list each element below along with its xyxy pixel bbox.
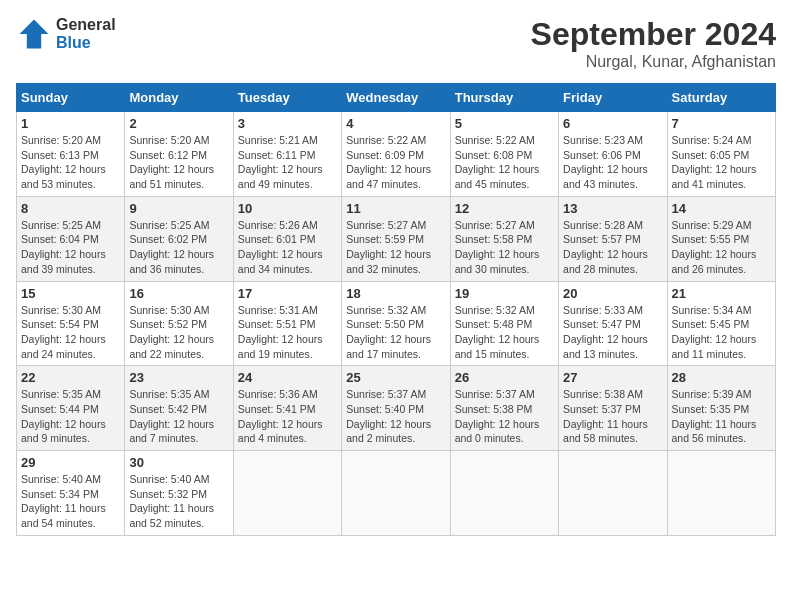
- daylight-text: Daylight: 12 hours and 4 minutes.: [238, 418, 323, 445]
- day-detail: Sunrise: 5:27 AMSunset: 5:58 PMDaylight:…: [455, 218, 554, 277]
- sunrise-text: Sunrise: 5:30 AM: [129, 304, 209, 316]
- sunset-text: Sunset: 5:59 PM: [346, 233, 424, 245]
- weekday-header-tuesday: Tuesday: [233, 84, 341, 112]
- day-cell-21: 21Sunrise: 5:34 AMSunset: 5:45 PMDayligh…: [667, 281, 775, 366]
- day-detail: Sunrise: 5:30 AMSunset: 5:54 PMDaylight:…: [21, 303, 120, 362]
- sunrise-text: Sunrise: 5:25 AM: [21, 219, 101, 231]
- day-cell-30: 30Sunrise: 5:40 AMSunset: 5:32 PMDayligh…: [125, 451, 233, 536]
- day-cell-26: 26Sunrise: 5:37 AMSunset: 5:38 PMDayligh…: [450, 366, 558, 451]
- day-number: 21: [672, 286, 771, 301]
- day-detail: Sunrise: 5:20 AMSunset: 6:13 PMDaylight:…: [21, 133, 120, 192]
- sunrise-text: Sunrise: 5:37 AM: [346, 388, 426, 400]
- daylight-text: Daylight: 12 hours and 15 minutes.: [455, 333, 540, 360]
- day-number: 22: [21, 370, 120, 385]
- daylight-text: Daylight: 11 hours and 54 minutes.: [21, 502, 106, 529]
- sunset-text: Sunset: 6:04 PM: [21, 233, 99, 245]
- day-number: 6: [563, 116, 662, 131]
- sunset-text: Sunset: 5:38 PM: [455, 403, 533, 415]
- day-number: 14: [672, 201, 771, 216]
- sunrise-text: Sunrise: 5:34 AM: [672, 304, 752, 316]
- weekday-header-friday: Friday: [559, 84, 667, 112]
- day-cell-25: 25Sunrise: 5:37 AMSunset: 5:40 PMDayligh…: [342, 366, 450, 451]
- day-detail: Sunrise: 5:36 AMSunset: 5:41 PMDaylight:…: [238, 387, 337, 446]
- day-number: 28: [672, 370, 771, 385]
- daylight-text: Daylight: 12 hours and 7 minutes.: [129, 418, 214, 445]
- logo-icon: [16, 16, 52, 52]
- day-cell-27: 27Sunrise: 5:38 AMSunset: 5:37 PMDayligh…: [559, 366, 667, 451]
- day-number: 13: [563, 201, 662, 216]
- sunrise-text: Sunrise: 5:22 AM: [346, 134, 426, 146]
- day-number: 7: [672, 116, 771, 131]
- logo: General Blue: [16, 16, 116, 52]
- day-cell-29: 29Sunrise: 5:40 AMSunset: 5:34 PMDayligh…: [17, 451, 125, 536]
- sunrise-text: Sunrise: 5:33 AM: [563, 304, 643, 316]
- sunset-text: Sunset: 6:01 PM: [238, 233, 316, 245]
- sunset-text: Sunset: 5:35 PM: [672, 403, 750, 415]
- day-cell-15: 15Sunrise: 5:30 AMSunset: 5:54 PMDayligh…: [17, 281, 125, 366]
- weekday-header-row: SundayMondayTuesdayWednesdayThursdayFrid…: [17, 84, 776, 112]
- day-detail: Sunrise: 5:21 AMSunset: 6:11 PMDaylight:…: [238, 133, 337, 192]
- daylight-text: Daylight: 12 hours and 45 minutes.: [455, 163, 540, 190]
- day-cell-1: 1Sunrise: 5:20 AMSunset: 6:13 PMDaylight…: [17, 112, 125, 197]
- day-number: 15: [21, 286, 120, 301]
- daylight-text: Daylight: 12 hours and 53 minutes.: [21, 163, 106, 190]
- day-number: 17: [238, 286, 337, 301]
- daylight-text: Daylight: 12 hours and 47 minutes.: [346, 163, 431, 190]
- day-detail: Sunrise: 5:32 AMSunset: 5:50 PMDaylight:…: [346, 303, 445, 362]
- sunrise-text: Sunrise: 5:39 AM: [672, 388, 752, 400]
- sunrise-text: Sunrise: 5:32 AM: [455, 304, 535, 316]
- day-cell-24: 24Sunrise: 5:36 AMSunset: 5:41 PMDayligh…: [233, 366, 341, 451]
- sunrise-text: Sunrise: 5:27 AM: [455, 219, 535, 231]
- sunrise-text: Sunrise: 5:20 AM: [129, 134, 209, 146]
- sunset-text: Sunset: 5:44 PM: [21, 403, 99, 415]
- day-cell-23: 23Sunrise: 5:35 AMSunset: 5:42 PMDayligh…: [125, 366, 233, 451]
- day-cell-18: 18Sunrise: 5:32 AMSunset: 5:50 PMDayligh…: [342, 281, 450, 366]
- day-detail: Sunrise: 5:22 AMSunset: 6:08 PMDaylight:…: [455, 133, 554, 192]
- day-cell-4: 4Sunrise: 5:22 AMSunset: 6:09 PMDaylight…: [342, 112, 450, 197]
- day-cell-10: 10Sunrise: 5:26 AMSunset: 6:01 PMDayligh…: [233, 196, 341, 281]
- day-number: 30: [129, 455, 228, 470]
- sunset-text: Sunset: 5:58 PM: [455, 233, 533, 245]
- sunrise-text: Sunrise: 5:25 AM: [129, 219, 209, 231]
- day-cell-5: 5Sunrise: 5:22 AMSunset: 6:08 PMDaylight…: [450, 112, 558, 197]
- daylight-text: Daylight: 11 hours and 56 minutes.: [672, 418, 757, 445]
- day-detail: Sunrise: 5:30 AMSunset: 5:52 PMDaylight:…: [129, 303, 228, 362]
- daylight-text: Daylight: 12 hours and 32 minutes.: [346, 248, 431, 275]
- day-number: 26: [455, 370, 554, 385]
- svg-marker-0: [20, 20, 49, 49]
- sunrise-text: Sunrise: 5:28 AM: [563, 219, 643, 231]
- location-title: Nurgal, Kunar, Afghanistan: [531, 53, 776, 71]
- sunset-text: Sunset: 5:51 PM: [238, 318, 316, 330]
- empty-cell: [559, 451, 667, 536]
- daylight-text: Daylight: 12 hours and 2 minutes.: [346, 418, 431, 445]
- weekday-header-monday: Monday: [125, 84, 233, 112]
- sunset-text: Sunset: 5:54 PM: [21, 318, 99, 330]
- sunrise-text: Sunrise: 5:21 AM: [238, 134, 318, 146]
- day-detail: Sunrise: 5:39 AMSunset: 5:35 PMDaylight:…: [672, 387, 771, 446]
- sunset-text: Sunset: 5:34 PM: [21, 488, 99, 500]
- day-cell-22: 22Sunrise: 5:35 AMSunset: 5:44 PMDayligh…: [17, 366, 125, 451]
- sunrise-text: Sunrise: 5:29 AM: [672, 219, 752, 231]
- daylight-text: Daylight: 12 hours and 43 minutes.: [563, 163, 648, 190]
- sunrise-text: Sunrise: 5:31 AM: [238, 304, 318, 316]
- week-row-5: 29Sunrise: 5:40 AMSunset: 5:34 PMDayligh…: [17, 451, 776, 536]
- daylight-text: Daylight: 12 hours and 28 minutes.: [563, 248, 648, 275]
- sunset-text: Sunset: 6:06 PM: [563, 149, 641, 161]
- daylight-text: Daylight: 12 hours and 49 minutes.: [238, 163, 323, 190]
- daylight-text: Daylight: 12 hours and 34 minutes.: [238, 248, 323, 275]
- day-number: 18: [346, 286, 445, 301]
- daylight-text: Daylight: 12 hours and 36 minutes.: [129, 248, 214, 275]
- weekday-header-sunday: Sunday: [17, 84, 125, 112]
- day-cell-7: 7Sunrise: 5:24 AMSunset: 6:05 PMDaylight…: [667, 112, 775, 197]
- sunset-text: Sunset: 6:11 PM: [238, 149, 316, 161]
- week-row-2: 8Sunrise: 5:25 AMSunset: 6:04 PMDaylight…: [17, 196, 776, 281]
- sunset-text: Sunset: 5:47 PM: [563, 318, 641, 330]
- day-detail: Sunrise: 5:27 AMSunset: 5:59 PMDaylight:…: [346, 218, 445, 277]
- day-detail: Sunrise: 5:26 AMSunset: 6:01 PMDaylight:…: [238, 218, 337, 277]
- day-number: 25: [346, 370, 445, 385]
- day-detail: Sunrise: 5:20 AMSunset: 6:12 PMDaylight:…: [129, 133, 228, 192]
- day-cell-8: 8Sunrise: 5:25 AMSunset: 6:04 PMDaylight…: [17, 196, 125, 281]
- empty-cell: [342, 451, 450, 536]
- day-cell-17: 17Sunrise: 5:31 AMSunset: 5:51 PMDayligh…: [233, 281, 341, 366]
- sunrise-text: Sunrise: 5:32 AM: [346, 304, 426, 316]
